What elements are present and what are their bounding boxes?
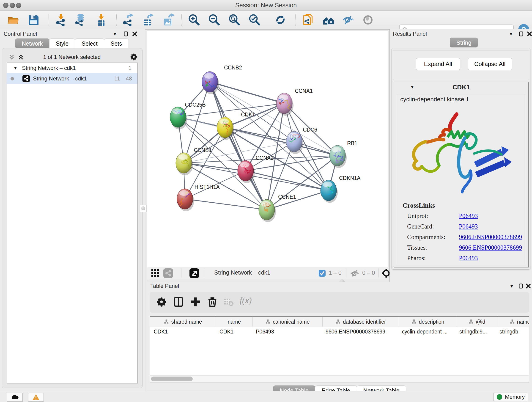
panel-menu-icon[interactable]: ▼	[509, 32, 513, 37]
network-list: ▼ String Network – cdk1 1 String Network…	[7, 63, 138, 383]
import-database-icon[interactable]	[74, 13, 87, 26]
collapse-all-button[interactable]: Collapse All	[468, 58, 512, 70]
node-RB1[interactable]: RB1	[329, 140, 357, 168]
edge-CDK1-RB1[interactable]	[225, 128, 337, 156]
column-label: shared name	[171, 319, 202, 325]
column-header-database-identifier[interactable]: database identifier	[323, 317, 399, 327]
hide-eye-icon[interactable]	[342, 13, 355, 26]
import-network-icon[interactable]	[55, 13, 67, 26]
crosslink-row: GeneCard:P06493	[403, 223, 522, 234]
table-panel: Table Panel ▼ f(x) shared namenameca	[147, 282, 532, 390]
show-eye-icon[interactable]	[361, 13, 374, 26]
export-image-icon[interactable]	[162, 13, 175, 26]
gene-details: cyclin-dependent kinase 1	[396, 94, 526, 264]
float-panel-icon[interactable]	[519, 31, 524, 37]
zoom-out-icon[interactable]	[208, 13, 220, 26]
open-in-new-icon[interactable]	[190, 268, 199, 278]
tab-sets[interactable]: Sets	[104, 38, 129, 48]
edge-HIST1H1A-CCNE1[interactable]	[185, 199, 267, 210]
edge-CCNB2-CCNE1[interactable]	[210, 82, 267, 210]
string-homes-icon[interactable]	[322, 13, 335, 26]
edge-CCNA2-CDKN1A[interactable]	[246, 171, 329, 191]
column-header-canonical-name[interactable]: canonical name	[253, 317, 323, 327]
float-panel-icon[interactable]	[123, 31, 129, 37]
table-gear-icon[interactable]	[156, 297, 167, 307]
add-column-icon[interactable]	[190, 297, 201, 307]
crosslink-value-link[interactable]: P06493	[459, 212, 478, 219]
node-CDC6[interactable]: CDC6	[286, 127, 317, 154]
column-network-icon	[469, 319, 474, 324]
cell-database-identifier[interactable]: 9606.ENSP00000378699	[322, 327, 398, 337]
tab-select[interactable]: Select	[75, 38, 104, 48]
cell-name[interactable]: CDK1	[216, 327, 252, 337]
save-session-icon[interactable]	[27, 13, 40, 26]
zoom-fit-icon[interactable]	[228, 13, 241, 26]
export-network-icon[interactable]	[121, 13, 134, 26]
warning-button[interactable]	[28, 393, 44, 402]
cell-namespace[interactable]: stringdb	[496, 327, 529, 337]
import-table-icon[interactable]	[95, 13, 108, 26]
column-label: canonical name	[273, 319, 310, 325]
separator	[346, 268, 346, 278]
export-table-icon[interactable]	[141, 13, 154, 26]
selected-checkbox[interactable]	[319, 270, 326, 277]
panel-menu-icon[interactable]: ▼	[113, 32, 117, 37]
expand-all-button[interactable]: Expand All	[416, 58, 460, 70]
crosslink-value-link[interactable]: 9606.ENSP00000378699	[459, 244, 522, 251]
column-header-@id[interactable]: @id	[457, 317, 497, 327]
close-panel-icon[interactable]	[132, 31, 138, 37]
network-collection-row[interactable]: ▼ String Network – cdk1 1	[7, 63, 138, 73]
tab-string[interactable]: String	[450, 38, 478, 47]
cell-canonical-name[interactable]: P06493	[252, 327, 322, 337]
collection-count: 1	[128, 63, 132, 73]
gene-section-header[interactable]: ▼ CDK1	[394, 82, 528, 93]
panel-menu-icon[interactable]: ▼	[510, 284, 514, 289]
column-header-description[interactable]: description	[399, 317, 457, 327]
cloud-button[interactable]	[7, 393, 23, 402]
gear-icon[interactable]	[130, 53, 138, 61]
tab-network[interactable]: Network	[15, 38, 50, 48]
node-table[interactable]: shared namenamecanonical namedatabase id…	[150, 316, 529, 376]
zoom-selected-icon[interactable]	[248, 13, 261, 26]
selected-count-label: 1 – 0	[329, 269, 342, 276]
edge-CCNB2-CCNA1[interactable]	[210, 82, 284, 103]
share-document-icon[interactable]	[302, 13, 315, 26]
float-panel-icon[interactable]	[518, 283, 524, 289]
table-row[interactable]: CDK1CDK1P064939606.ENSP00000378699cyclin…	[150, 327, 529, 337]
cell-shared-name[interactable]: CDK1	[150, 327, 216, 337]
close-panel-icon[interactable]	[527, 31, 532, 37]
column-header-name[interactable]: name	[216, 317, 253, 327]
scrollbar-thumb[interactable]	[151, 376, 193, 381]
node-CCNA1[interactable]: CCNA1	[276, 88, 313, 116]
node-HIST1H1A[interactable]: HIST1H1A	[177, 184, 220, 211]
node-CDKN1A[interactable]: CDKN1A	[321, 175, 361, 203]
left-splitter-handle[interactable]	[140, 205, 147, 212]
edge-CDKN1A-CCNE1[interactable]	[267, 191, 329, 210]
string-network-graph[interactable]: CCNB2CCNA1CDC25BCDK1CDC6RB1CCNB1CCNA2CDK…	[147, 31, 388, 267]
birds-eye-grid-icon[interactable]	[151, 269, 160, 278]
delete-column-icon[interactable]	[207, 297, 218, 307]
cell-@id[interactable]: stringdb:9...	[456, 327, 496, 337]
crosslink-value-link[interactable]: 9606.ENSP00000378699	[459, 234, 522, 240]
tab-style[interactable]: Style	[49, 38, 75, 48]
edge-CCNB1-CCNA2[interactable]	[184, 163, 246, 171]
column-header-shared-name[interactable]: shared name	[150, 317, 216, 327]
node-CDK1[interactable]: CDK1	[217, 112, 255, 140]
open-folder-icon[interactable]	[7, 13, 20, 26]
column-header-namespace[interactable]: namespace	[497, 317, 529, 327]
cell-description[interactable]: cyclin-dependent ...	[398, 327, 456, 337]
close-panel-icon[interactable]	[526, 283, 531, 289]
show-columns-icon[interactable]	[173, 297, 184, 307]
refresh-layout-icon[interactable]	[274, 13, 287, 26]
network-row-selected[interactable]: String Network – cdk1 11 48	[7, 73, 138, 84]
network-view-canvas[interactable]: CCNB2CCNA1CDC25BCDK1CDC6RB1CCNB1CCNA2CDK…	[147, 30, 388, 267]
collection-expand-icon[interactable]: ▼	[13, 63, 18, 73]
crosslink-value-link[interactable]: P06493	[459, 255, 478, 262]
network-share-icon[interactable]	[163, 268, 173, 278]
zoom-in-icon[interactable]	[187, 13, 200, 26]
table-horizontal-scrollbar[interactable]	[150, 375, 529, 383]
crosslink-value-link[interactable]: P06493	[459, 223, 478, 230]
node-CCNE1[interactable]: CCNE1	[259, 194, 296, 222]
column-network-icon	[510, 319, 515, 324]
memory-button[interactable]: Memory	[494, 393, 528, 401]
